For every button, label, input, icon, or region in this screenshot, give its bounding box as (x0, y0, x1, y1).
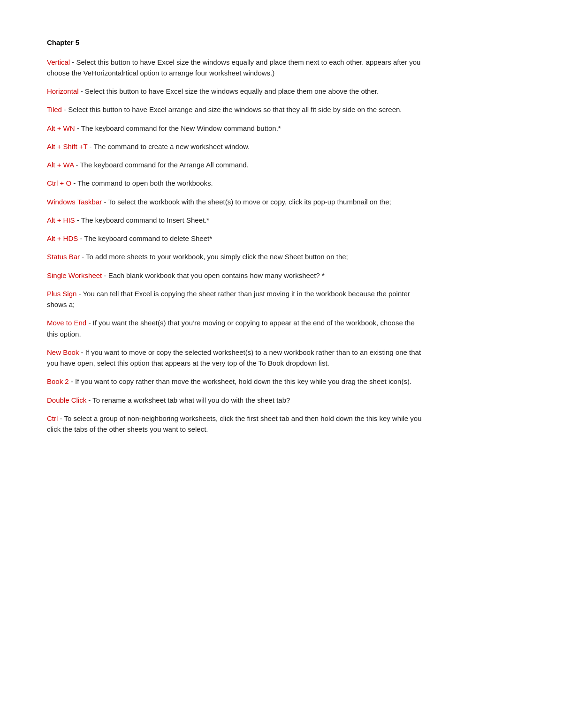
entry-horizontal: Horizontal - Select this button to have … (47, 86, 422, 97)
entry-alt-wn: Alt + WN - The keyboard command for the … (47, 123, 422, 134)
entry-status-bar: Status Bar - To add more sheets to your … (47, 251, 422, 262)
term-alt-shift-t: Alt + Shift +T (47, 143, 87, 150)
term-tiled: Tiled (47, 105, 62, 113)
entry-plus-sign: Plus Sign - You can tell that Excel is c… (47, 288, 422, 310)
definition-windows-taskbar: - To select the workbook with the sheet(… (102, 198, 391, 206)
definition-alt-wn: - The keyboard command for the New Windo… (75, 124, 281, 132)
entry-alt-shift-t: Alt + Shift +T - The command to create a… (47, 141, 422, 152)
term-double-click: Double Click (47, 396, 86, 404)
chapter-title: Chapter 5 (47, 38, 422, 48)
term-plus-sign: Plus Sign (47, 290, 76, 298)
entry-single-worksheet: Single Worksheet - Each blank workbook t… (47, 270, 422, 281)
definition-tiled: - Select this button to have Excel arran… (62, 105, 402, 113)
entry-vertical: Vertical - Select this button to have Ex… (47, 57, 422, 79)
definition-vertical: - Select this button to have Excel size … (47, 58, 420, 77)
definition-alt-shift-t: - The command to create a new worksheet … (87, 143, 250, 150)
definition-alt-hds: - The keyboard command to delete Sheet* (78, 234, 212, 242)
definition-alt-wa: - The keyboard command for the Arrange A… (74, 161, 248, 169)
entry-tiled: Tiled - Select this button to have Excel… (47, 104, 422, 115)
entry-double-click: Double Click - To rename a worksheet tab… (47, 395, 422, 405)
term-alt-wn: Alt + WN (47, 124, 75, 132)
entry-ctrl-o: Ctrl + O - The command to open both the … (47, 178, 422, 188)
definition-alt-his: - The keyboard command to Insert Sheet.* (75, 216, 210, 224)
term-single-worksheet: Single Worksheet (47, 271, 102, 279)
term-alt-hds: Alt + HDS (47, 234, 78, 242)
term-alt-his: Alt + HIS (47, 216, 75, 224)
definition-horizontal: - Select this button to have Excel size … (79, 87, 379, 95)
definition-new-book: - If you want to move or copy the select… (47, 348, 421, 367)
entry-new-book: New Book - If you want to move or copy t… (47, 347, 422, 369)
entry-move-to-end: Move to End - If you want the sheet(s) t… (47, 317, 422, 339)
term-alt-wa: Alt + WA (47, 161, 74, 169)
entry-ctrl: Ctrl - To select a group of non-neighbor… (47, 413, 422, 435)
definition-status-bar: - To add more sheets to your workbook, y… (80, 253, 348, 261)
term-move-to-end: Move to End (47, 319, 86, 327)
definition-ctrl: - To select a group of non-neighboring w… (47, 414, 422, 433)
definition-plus-sign: - You can tell that Excel is copying the… (47, 290, 410, 308)
term-horizontal: Horizontal (47, 87, 79, 95)
entry-alt-hds: Alt + HDS - The keyboard command to dele… (47, 233, 422, 244)
definition-move-to-end: - If you want the sheet(s) that you’re m… (47, 319, 415, 338)
page-container: Chapter 5 Vertical - Select this button … (0, 0, 469, 480)
definition-single-worksheet: - Each blank workbook that you open cont… (102, 271, 324, 279)
term-status-bar: Status Bar (47, 253, 80, 261)
definition-ctrl-o: - The command to open both the workbooks… (71, 179, 213, 187)
term-vertical: Vertical (47, 58, 70, 66)
definition-double-click: - To rename a worksheet tab what will yo… (86, 396, 290, 404)
entry-book-2: Book 2 - If you want to copy rather than… (47, 376, 422, 387)
term-windows-taskbar: Windows Taskbar (47, 198, 102, 206)
entry-alt-his: Alt + HIS - The keyboard command to Inse… (47, 215, 422, 225)
term-ctrl: Ctrl (47, 414, 58, 422)
term-book-2: Book 2 (47, 377, 69, 385)
entry-alt-wa: Alt + WA - The keyboard command for the … (47, 159, 422, 170)
term-ctrl-o: Ctrl + O (47, 179, 71, 187)
definition-book-2: - If you want to copy rather than move t… (69, 377, 411, 385)
entries-container: Vertical - Select this button to have Ex… (47, 57, 422, 435)
entry-windows-taskbar: Windows Taskbar - To select the workbook… (47, 196, 422, 207)
term-new-book: New Book (47, 348, 79, 356)
